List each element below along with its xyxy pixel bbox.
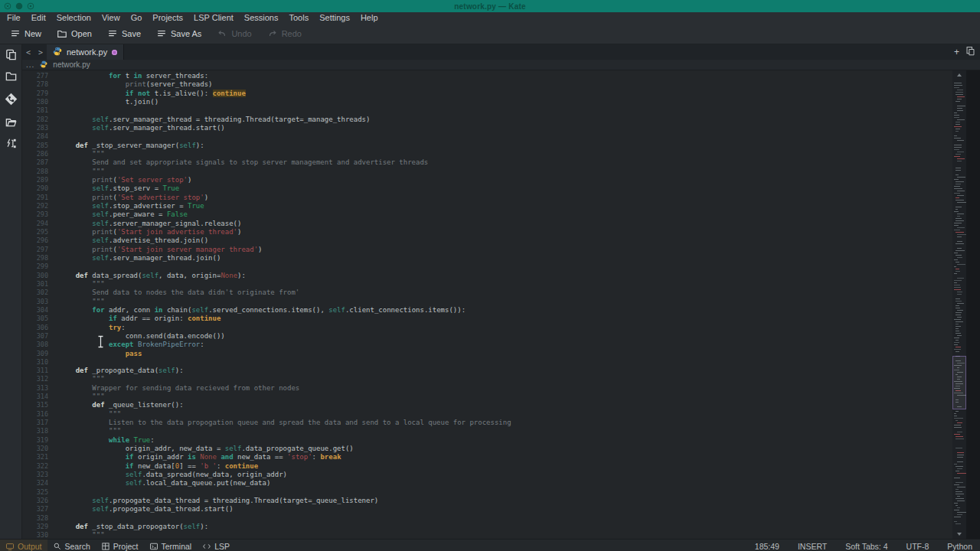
code-line-315[interactable]: 315 def _queue_listener(): bbox=[22, 401, 952, 409]
code-line-322[interactable]: 322 if new_data[0] == 'b ': continue bbox=[22, 462, 952, 471]
menu-file[interactable]: File bbox=[2, 12, 26, 24]
code-line-290[interactable]: 290 self.stop_serv = True bbox=[22, 184, 952, 193]
sidebar-symbols-button[interactable] bbox=[2, 135, 20, 154]
menu-sessions[interactable]: Sessions bbox=[239, 12, 284, 24]
tab-mode[interactable]: Soft Tabs: 4 bbox=[845, 542, 887, 551]
minimap-viewport[interactable] bbox=[952, 356, 966, 409]
code-line-298[interactable]: 298 self.serv_manager_thread.join() bbox=[22, 254, 952, 262]
code-line-296[interactable]: 296 self.advertise_thread.join() bbox=[22, 236, 952, 245]
code-line-286[interactable]: 286 """ bbox=[22, 150, 952, 158]
save-as-button[interactable]: Save As bbox=[149, 25, 208, 42]
code-line-318[interactable]: 318 """ bbox=[22, 427, 952, 435]
code-line-328[interactable]: 328 bbox=[22, 514, 952, 523]
code-line-329[interactable]: 329 def _stop_data_propogator(self): bbox=[22, 523, 952, 531]
tab-next-button[interactable]: > bbox=[34, 44, 47, 60]
code-line-304[interactable]: 304 for addr, conn in chain(self.served_… bbox=[22, 306, 952, 315]
code-line-291[interactable]: 291 print('Set advertiser stop') bbox=[22, 194, 952, 202]
code-line-295[interactable]: 295 print('Start join advertise thread') bbox=[22, 228, 952, 236]
scroll-up-button[interactable] bbox=[952, 70, 966, 80]
code-line-319[interactable]: 319 while True: bbox=[22, 436, 952, 445]
code-line-326[interactable]: 326 self.propogate_data_thread = threadi… bbox=[22, 497, 952, 505]
breadcrumb-file[interactable]: network.py bbox=[53, 60, 90, 69]
code-line-330[interactable]: 330 """ bbox=[22, 531, 952, 539]
code-line-281[interactable]: 281 bbox=[22, 106, 952, 115]
text-editor[interactable]: 277 for t in server_threads:278 print(se… bbox=[22, 70, 952, 539]
line-number: 281 bbox=[22, 106, 59, 115]
save-button[interactable]: Save bbox=[100, 25, 148, 42]
code-line-316[interactable]: 316 """ bbox=[22, 410, 952, 419]
minimap-line bbox=[956, 347, 961, 347]
sidebar-projects-button[interactable] bbox=[2, 114, 20, 132]
menu-help[interactable]: Help bbox=[355, 12, 384, 24]
code-line-279[interactable]: 279 if not t.is_alive(): continue bbox=[22, 90, 952, 98]
code-line-287[interactable]: 287 Send and set appropriate signals to … bbox=[22, 158, 952, 167]
code-line-285[interactable]: 285 def _stop_server_manager(self): bbox=[22, 142, 952, 150]
code-line-297[interactable]: 297 print('Start join server manager thr… bbox=[22, 246, 952, 254]
sidebar-filesystem-button[interactable] bbox=[2, 68, 20, 86]
code-line-324[interactable]: 324 self.local_data_queue.put(new_data) bbox=[22, 479, 952, 487]
code-line-307[interactable]: 307 conn.send(data.encode()) bbox=[22, 332, 952, 341]
code-line-309[interactable]: 309 pass bbox=[22, 350, 952, 358]
code-line-308[interactable]: 308 except BrokenPipeError: bbox=[22, 341, 952, 349]
statusbar-search-button[interactable]: Search bbox=[47, 540, 96, 551]
code-line-310[interactable]: 310 bbox=[22, 358, 952, 367]
tab-network-py[interactable]: network.py bbox=[47, 44, 124, 60]
scroll-down-button[interactable] bbox=[952, 530, 966, 539]
code-line-325[interactable]: 325 bbox=[22, 488, 952, 497]
statusbar-terminal-button[interactable]: Terminal bbox=[144, 540, 198, 551]
open-button[interactable]: Open bbox=[50, 25, 99, 42]
code-line-294[interactable]: 294 self.server_manager_signal.release() bbox=[22, 220, 952, 228]
input-mode[interactable]: INSERT bbox=[798, 542, 827, 551]
menu-projects[interactable]: Projects bbox=[147, 12, 188, 24]
code-line-282[interactable]: 282 self.serv_manager_thread = threading… bbox=[22, 116, 952, 124]
code-line-302[interactable]: 302 Send data to nodes the data didn't o… bbox=[22, 289, 952, 297]
menu-go[interactable]: Go bbox=[126, 12, 148, 24]
code-line-300[interactable]: 300 def data_spread(self, data, origin=N… bbox=[22, 272, 952, 280]
code-line-313[interactable]: 313 Wrapper for sending data recieved fr… bbox=[22, 384, 952, 393]
language-mode[interactable]: Python bbox=[947, 542, 972, 551]
code-line-321[interactable]: 321 if origin_addr is None and new_data … bbox=[22, 453, 952, 461]
titlebar[interactable]: network.py — Kate bbox=[0, 0, 980, 12]
code-line-305[interactable]: 305 if addr == origin: continue bbox=[22, 315, 952, 323]
new-button[interactable]: New bbox=[3, 25, 48, 42]
sidebar-git-button[interactable] bbox=[2, 91, 20, 109]
code-line-306[interactable]: 306 try: bbox=[22, 324, 952, 332]
code-line-299[interactable]: 299 bbox=[22, 262, 952, 271]
code-line-292[interactable]: 292 self.stop_advertiser = True bbox=[22, 202, 952, 210]
code-line-278[interactable]: 278 print(server_threads) bbox=[22, 80, 952, 89]
menu-selection[interactable]: Selection bbox=[51, 12, 96, 24]
code-line-327[interactable]: 327 self.propogate_data_thread.start() bbox=[22, 505, 952, 514]
tab-prev-button[interactable]: < bbox=[22, 44, 34, 60]
menu-settings[interactable]: Settings bbox=[314, 12, 355, 24]
menu-view[interactable]: View bbox=[96, 12, 126, 24]
code-line-277[interactable]: 277 for t in server_threads: bbox=[22, 72, 952, 80]
minimap-scrollbar[interactable] bbox=[952, 70, 966, 539]
statusbar-output-button[interactable]: Output bbox=[0, 540, 47, 551]
breadcrumb-ellipsis[interactable]: ... bbox=[26, 60, 34, 69]
documents-list-button[interactable] bbox=[965, 45, 975, 59]
code-line-289[interactable]: 289 print('Set server stop') bbox=[22, 176, 952, 184]
new-tab-button[interactable]: + bbox=[954, 47, 959, 57]
statusbar-lsp-button[interactable]: LSP bbox=[197, 540, 235, 551]
code-line-284[interactable]: 284 bbox=[22, 132, 952, 141]
code-line-288[interactable]: 288 """ bbox=[22, 168, 952, 176]
menu-tools[interactable]: Tools bbox=[283, 12, 314, 24]
code-line-303[interactable]: 303 """ bbox=[22, 298, 952, 306]
code-line-280[interactable]: 280 t.join() bbox=[22, 98, 952, 106]
cursor-position[interactable]: 185:49 bbox=[755, 542, 779, 551]
menu-edit[interactable]: Edit bbox=[26, 12, 51, 24]
code-line-301[interactable]: 301 """ bbox=[22, 280, 952, 289]
encoding[interactable]: UTF-8 bbox=[906, 542, 929, 551]
sidebar-documents-button[interactable] bbox=[2, 47, 20, 65]
menu-lsp-client[interactable]: LSP Client bbox=[188, 12, 239, 24]
code-line-323[interactable]: 323 self.data_spread(new_data, origin_ad… bbox=[22, 471, 952, 479]
breadcrumb[interactable]: ... network.py bbox=[22, 60, 980, 70]
code-line-314[interactable]: 314 """ bbox=[22, 393, 952, 401]
statusbar-project-button[interactable]: Project bbox=[96, 540, 144, 551]
code-line-312[interactable]: 312 """ bbox=[22, 375, 952, 383]
code-line-311[interactable]: 311 def _propogate_data(self): bbox=[22, 367, 952, 375]
code-line-317[interactable]: 317 Listen to the data propogation queue… bbox=[22, 419, 952, 427]
code-line-293[interactable]: 293 self.peer_aware = False bbox=[22, 210, 952, 219]
code-line-283[interactable]: 283 self.serv_manager_thread.start() bbox=[22, 124, 952, 132]
code-line-320[interactable]: 320 origin_addr, new_data = self.data_pr… bbox=[22, 445, 952, 453]
